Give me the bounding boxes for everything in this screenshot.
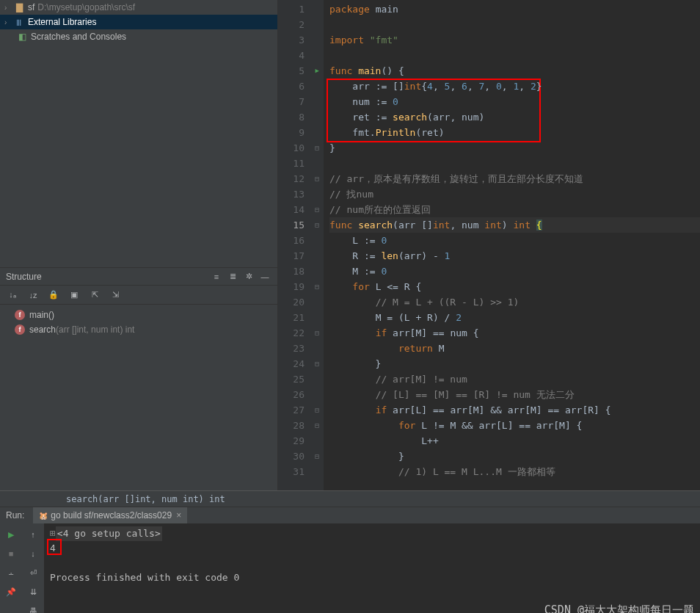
gutter-line[interactable]: 12⊟ [278, 171, 324, 186]
close-icon[interactable]: × [176, 510, 181, 520]
code-line[interactable]: } [329, 140, 700, 156]
fold-icon[interactable]: ⊟ [315, 325, 319, 341]
code-line[interactable]: // 1) L == M L...M 一路都相等 [329, 464, 700, 479]
gear-icon[interactable]: ✲ [242, 270, 255, 283]
expand-icon[interactable]: ⊞ [50, 528, 56, 539]
code-line[interactable]: // arr，原本是有序数组，旋转过，而且左部分长度不知道 [329, 171, 700, 186]
scroll-up-icon[interactable]: ↑ [25, 526, 41, 543]
fold-icon[interactable]: ⊟ [315, 279, 319, 294]
code-line[interactable]: num := 0 [329, 94, 700, 109]
code-line[interactable]: // 找num [329, 186, 700, 202]
gutter-line[interactable]: 30⊟ [278, 449, 324, 464]
gutter-line[interactable]: 10⊟ [278, 140, 324, 156]
layout-icon[interactable]: ⫠ [3, 565, 19, 581]
gutter-line[interactable]: 8 [278, 109, 324, 125]
gutter-line[interactable]: 15⊟ [278, 217, 324, 233]
code-line[interactable]: // num所在的位置返回 [329, 202, 700, 217]
gutter-line[interactable]: 19⊟ [278, 279, 324, 294]
gutter-line[interactable]: 23 [278, 341, 324, 356]
filter-lock-icon[interactable]: 🔒 [45, 287, 62, 303]
run-tab[interactable]: 🐹 go build sf/newclass2/class029 × [33, 507, 187, 523]
gutter-line[interactable]: 16 [278, 233, 324, 248]
gutter-line[interactable]: 25 [278, 371, 324, 387]
code-line[interactable]: arr := []int{4, 5, 6, 7, 0, 1, 2} [329, 79, 700, 94]
gutter-line[interactable]: 2 [278, 17, 324, 32]
editor-code[interactable]: package mainimport "fmt"func main() { ar… [324, 0, 700, 490]
hide-icon[interactable]: — [258, 270, 271, 283]
tree-row-scratches[interactable]: ◧ Scratches and Consoles [0, 29, 277, 44]
editor-gutter[interactable]: 12345▶678910⊟1112⊟1314⊟15⊟16171819⊟20212… [278, 0, 324, 490]
scroll-down-icon[interactable]: ↓ [25, 545, 41, 562]
code-line[interactable]: ret := search(arr, num) [329, 109, 700, 125]
stop-icon[interactable]: ■ [3, 545, 19, 562]
code-line[interactable]: // [L] == [M] == [R] != num 无法二分 [329, 387, 700, 402]
code-line[interactable]: L := 0 [329, 233, 700, 248]
gutter-line[interactable]: 22⊟ [278, 325, 324, 341]
code-line[interactable]: // M = L + ((R - L) >> 1) [329, 294, 700, 310]
code-line[interactable]: func search(arr []int, num int) int { [329, 217, 700, 233]
run-gutter-icon[interactable]: ▶ [316, 63, 319, 79]
gutter-line[interactable]: 27⊟ [278, 402, 324, 418]
filter-folder-icon[interactable]: ▣ [66, 287, 82, 303]
structure-item-search[interactable]: f search (arr []int, num int) int [0, 322, 277, 337]
tree-row-project-root[interactable]: › ▇ sf D:\mysetup\gopath\src\sf [0, 0, 277, 15]
fold-icon[interactable]: ⊟ [315, 202, 319, 217]
fold-icon[interactable]: ⊟ [315, 140, 319, 156]
run-icon[interactable]: ▶ [3, 526, 19, 543]
gutter-line[interactable]: 1 [278, 1, 324, 17]
code-line[interactable]: R := len(arr) - 1 [329, 248, 700, 264]
code-line[interactable]: if arr[L] == arr[M] && arr[M] == arr[R] … [329, 402, 700, 418]
code-line[interactable]: package main [329, 1, 700, 17]
gutter-line[interactable]: 17 [278, 248, 324, 264]
sort-icon[interactable]: ≡ [210, 270, 223, 283]
code-line[interactable]: import "fmt" [329, 32, 700, 48]
fold-icon[interactable]: ⊟ [315, 217, 319, 233]
code-line[interactable]: return M [329, 341, 700, 356]
breadcrumb[interactable]: search(arr []int, num int) int [0, 490, 700, 507]
gutter-line[interactable]: 29 [278, 433, 324, 449]
sort-narrow-icon[interactable]: ≣ [226, 270, 239, 283]
code-line[interactable]: for L != M && arr[L] == arr[M] { [329, 418, 700, 433]
gutter-line[interactable]: 7 [278, 94, 324, 109]
gutter-line[interactable]: 4 [278, 48, 324, 63]
code-line[interactable]: M := 0 [329, 264, 700, 279]
code-line[interactable]: } [329, 356, 700, 371]
sort-az-down-icon[interactable]: ↓ₐ [4, 287, 21, 303]
code-line[interactable]: // arr[M] != num [329, 371, 700, 387]
fold-icon[interactable]: ⊟ [315, 402, 319, 418]
gutter-line[interactable]: 24⊟ [278, 356, 324, 371]
print-icon[interactable]: 🖶 [25, 603, 41, 613]
code-line[interactable] [329, 17, 700, 32]
gutter-line[interactable]: 21 [278, 310, 324, 325]
fold-icon[interactable]: ⊟ [315, 418, 319, 433]
autoscroll-from-icon[interactable]: ⇲ [107, 287, 123, 303]
fold-icon[interactable]: ⊟ [315, 449, 319, 464]
wrap-icon[interactable]: ⏎ [25, 565, 41, 581]
code-line[interactable]: func main() { [329, 63, 700, 79]
gutter-line[interactable]: 18 [278, 264, 324, 279]
editor-pane[interactable]: 12345▶678910⊟1112⊟1314⊟15⊟16171819⊟20212… [278, 0, 700, 490]
gutter-line[interactable]: 11 [278, 156, 324, 171]
code-line[interactable]: if arr[M] == num { [329, 325, 700, 341]
code-line[interactable]: } [329, 449, 700, 464]
gutter-line[interactable]: 6 [278, 79, 324, 94]
sort-az-up-icon[interactable]: ↓z [25, 287, 41, 303]
gutter-line[interactable]: 9 [278, 125, 324, 140]
gutter-line[interactable]: 31 [278, 464, 324, 479]
structure-item-main[interactable]: f main() [0, 308, 277, 322]
scroll-to-end-icon[interactable]: ⇊ [25, 584, 41, 600]
gutter-line[interactable]: 26 [278, 387, 324, 402]
gutter-line[interactable]: 14⊟ [278, 202, 324, 217]
code-line[interactable]: for L <= R { [329, 279, 700, 294]
autoscroll-to-icon[interactable]: ⇱ [87, 287, 103, 303]
code-line[interactable] [329, 156, 700, 171]
code-line[interactable] [329, 48, 700, 63]
tree-row-external-libraries[interactable]: › ⫼ External Libraries [0, 15, 277, 29]
gutter-line[interactable]: 3 [278, 32, 324, 48]
fold-icon[interactable]: ⊟ [315, 356, 319, 371]
pin-icon[interactable]: 📌 [3, 584, 19, 600]
run-console[interactable]: ⊞<4 go setup calls> 4 Process finished w… [44, 523, 700, 613]
gutter-line[interactable]: 5▶ [278, 63, 324, 79]
gutter-line[interactable]: 13 [278, 186, 324, 202]
gutter-line[interactable]: 28⊟ [278, 418, 324, 433]
